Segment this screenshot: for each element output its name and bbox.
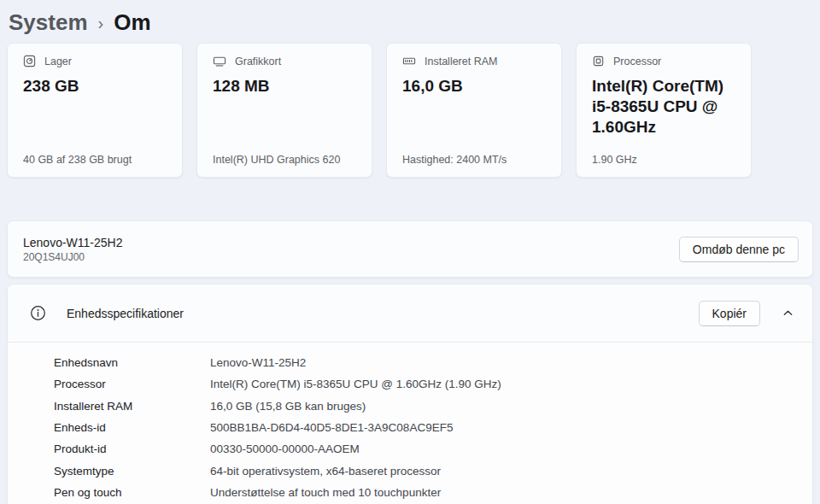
spec-row-device-name: Enhedsnavn Lenovo-W11-25H2 (54, 352, 812, 373)
spec-label: Installeret RAM (54, 400, 210, 413)
processor-card-label: Processor (613, 56, 661, 67)
spec-label: Enhedsnavn (54, 356, 210, 369)
processor-card-value: Intel(R) Core(TM) i5-8365U CPU @ 1.60GHz (592, 76, 737, 138)
rename-pc-button[interactable]: Omdøb denne pc (679, 237, 799, 262)
spec-value: 500BB1BA-D6D4-40D5-8DE1-3A9C08AC9EF5 (210, 421, 812, 434)
spec-value: 00330-50000-00000-AAOEM (210, 442, 812, 455)
spec-row-ram: Installeret RAM 16,0 GB (15,8 GB kan bru… (54, 396, 812, 417)
spec-value: Understøttelse af touch med 10 touchpunk… (210, 486, 812, 499)
summary-cards: Lager 238 GB 40 GB af 238 GB brugt Grafi… (7, 43, 820, 178)
info-icon (30, 305, 46, 321)
spec-label: Enheds-id (54, 421, 210, 434)
device-specs-title: Enhedsspecifikationer (67, 307, 184, 320)
breadcrumb: System › Om (0, 0, 820, 38)
gpu-card-label: Grafikkort (235, 56, 281, 67)
chevron-up-icon[interactable] (782, 308, 794, 319)
ram-icon (402, 55, 416, 67)
storage-card-value: 238 GB (23, 76, 168, 97)
gpu-icon (213, 55, 226, 67)
spec-value: Lenovo-W11-25H2 (210, 356, 812, 369)
spec-row-processor: Processor Intel(R) Core(TM) i5-8365U CPU… (54, 373, 812, 395)
spec-label: Produkt-id (54, 442, 210, 455)
spec-label: Pen og touch (54, 486, 210, 499)
page-title: Om (114, 9, 150, 36)
processor-card: Processor Intel(R) Core(TM) i5-8365U CPU… (576, 43, 752, 178)
gpu-card: Grafikkort 128 MB Intel(R) UHD Graphics … (196, 43, 372, 178)
spec-row-system-type: Systemtype 64-bit operativsystem, x64-ba… (54, 460, 812, 481)
device-model: 20Q1S4UJ00 (23, 251, 122, 263)
breadcrumb-chevron-icon: › (98, 12, 104, 33)
spec-label: Processor (54, 378, 210, 390)
spec-row-device-id: Enheds-id 500BB1BA-D6D4-40D5-8DE1-3A9C08… (54, 417, 812, 438)
storage-card-caption: 40 GB af 238 GB brugt (23, 154, 168, 166)
device-specs-expander-header[interactable]: Enhedsspecifikationer Kopiér (8, 284, 812, 342)
spec-row-pen-touch: Pen og touch Understøttelse af touch med… (54, 482, 812, 503)
spec-value: Intel(R) Core(TM) i5-8365U CPU @ 1.60GHz… (210, 378, 812, 390)
storage-card-label: Lager (44, 56, 72, 67)
processor-card-caption: 1.90 GHz (592, 154, 737, 166)
storage-disk-icon (23, 55, 36, 67)
gpu-card-caption: Intel(R) UHD Graphics 620 (213, 154, 358, 166)
ram-card-caption: Hastighed: 2400 MT/s (402, 154, 548, 166)
cpu-icon (592, 55, 605, 67)
spec-label: Systemtype (54, 465, 210, 478)
breadcrumb-system-link[interactable]: System (9, 9, 88, 36)
ram-card-label: Installeret RAM (425, 56, 497, 67)
device-specs-list: Enhedsnavn Lenovo-W11-25H2 Processor Int… (8, 343, 812, 504)
device-specs-panel: Enhedsspecifikationer Kopiér Enhedsnavn … (7, 284, 813, 504)
device-name: Lenovo-W11-25H2 (23, 236, 122, 249)
ram-card-value: 16,0 GB (402, 76, 548, 97)
ram-card: Installeret RAM 16,0 GB Hastighed: 2400 … (386, 43, 562, 178)
copy-button[interactable]: Kopiér (699, 301, 760, 326)
gpu-card-value: 128 MB (213, 76, 358, 97)
storage-card: Lager 238 GB 40 GB af 238 GB brugt (7, 43, 183, 178)
device-name-panel: Lenovo-W11-25H2 20Q1S4UJ00 Omdøb denne p… (7, 220, 813, 278)
spec-value: 64-bit operativsystem, x64-baseret proce… (210, 465, 812, 478)
spec-row-product-id: Produkt-id 00330-50000-00000-AAOEM (54, 438, 812, 460)
spec-value: 16,0 GB (15,8 GB kan bruges) (210, 400, 812, 413)
